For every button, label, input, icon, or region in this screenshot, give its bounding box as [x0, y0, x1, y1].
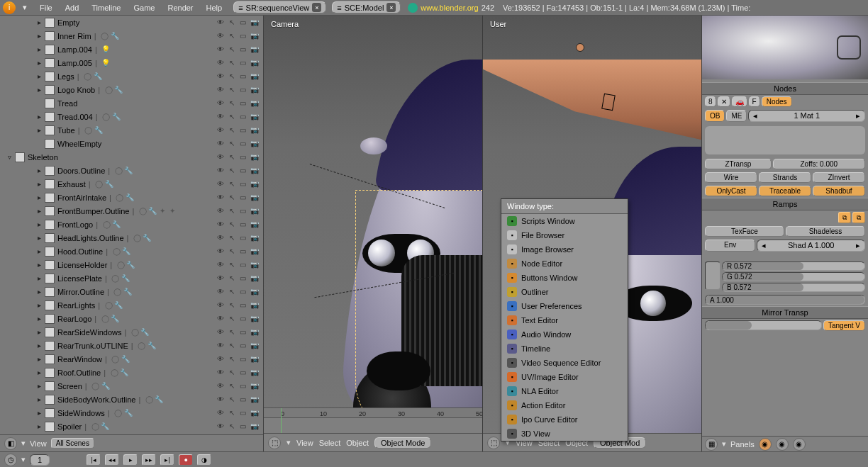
- disclosure-icon[interactable]: ▸: [35, 113, 43, 120]
- chevron-down-icon[interactable]: ▾: [21, 455, 26, 464]
- render-toggle-icon[interactable]: 📷: [250, 58, 259, 67]
- eye-toggle-icon[interactable]: 👁: [216, 260, 225, 269]
- outliner-view-menu[interactable]: View: [30, 439, 47, 448]
- view-menu[interactable]: View: [296, 439, 313, 447]
- menu-item[interactable]: ▪Audio Window: [501, 327, 628, 342]
- outliner-row[interactable]: ▸Tread.004|◯🔧👁↖▭📷: [0, 110, 263, 123]
- b-slider[interactable]: B 0.572: [722, 283, 865, 292]
- sel-toggle-icon[interactable]: ▭: [238, 206, 247, 215]
- traceable-btn[interactable]: Traceable: [759, 186, 811, 196]
- panel-nodes-hdr[interactable]: Nodes: [702, 82, 868, 95]
- menu-item[interactable]: ▪NLA Editor: [501, 384, 628, 398]
- panel-ramps-hdr[interactable]: Ramps: [702, 198, 868, 210]
- cursor-toggle-icon[interactable]: ↖: [227, 125, 236, 135]
- nodes-toggle[interactable]: Nodes: [762, 96, 792, 107]
- sel-toggle-icon[interactable]: ▭: [238, 58, 247, 67]
- cursor-toggle-icon[interactable]: ↖: [227, 220, 236, 229]
- menu-item[interactable]: ▪Text Editor: [501, 313, 628, 327]
- cursor-toggle-icon[interactable]: ↖: [227, 247, 236, 256]
- editor-type-icon[interactable]: ▦: [705, 438, 718, 451]
- camera-icon[interactable]: [574, 42, 596, 63]
- render-toggle-icon[interactable]: 📷: [250, 179, 259, 189]
- sel-toggle-icon[interactable]: ▭: [238, 381, 247, 390]
- sel-toggle-icon[interactable]: ▭: [238, 408, 247, 417]
- outliner-row[interactable]: ▸Hood.Outline|◯🔧👁↖▭📷: [0, 244, 263, 258]
- select-menu[interactable]: Select: [319, 439, 341, 447]
- outliner-row[interactable]: ▸FrontBumper.Outline|◯🔧✦✦👁↖▭📷: [0, 204, 263, 218]
- jump-start-icon[interactable]: |◂: [87, 454, 101, 466]
- car-icon[interactable]: 🚗: [732, 96, 747, 107]
- disclosure-icon[interactable]: ▸: [35, 59, 43, 67]
- delete-icon[interactable]: ✕: [718, 96, 730, 107]
- render-toggle-icon[interactable]: 📷: [250, 314, 259, 323]
- render-toggle-icon[interactable]: 📷: [250, 354, 259, 364]
- timeline[interactable]: 0204060103050: [264, 407, 482, 433]
- render-toggle-icon[interactable]: 📷: [250, 368, 259, 377]
- cursor-toggle-icon[interactable]: ↖: [227, 18, 236, 27]
- render-toggle-icon[interactable]: 📷: [250, 72, 259, 81]
- eye-toggle-icon[interactable]: 👁: [216, 31, 225, 40]
- outliner-row[interactable]: ▿Skeleton👁↖▭📷: [0, 150, 263, 164]
- disclosure-icon[interactable]: ▸: [35, 45, 43, 53]
- onlycast-btn[interactable]: OnlyCast: [705, 186, 757, 196]
- menu-item[interactable]: ▪Action Editor: [501, 398, 628, 412]
- eye-toggle-icon[interactable]: 👁: [216, 247, 225, 256]
- window-type-menu[interactable]: Window type: ▪Scripts Window▪File Browse…: [501, 198, 628, 441]
- copy-icon[interactable]: ⧉: [838, 212, 851, 223]
- render-toggle-icon[interactable]: 📷: [250, 112, 259, 121]
- cursor-toggle-icon[interactable]: ↖: [227, 193, 236, 202]
- sel-toggle-icon[interactable]: ▭: [238, 112, 247, 121]
- eye-toggle-icon[interactable]: 👁: [216, 341, 225, 350]
- outliner-row[interactable]: ▸RearLights|◯🔧👁↖▭📷: [0, 298, 263, 312]
- menu-item[interactable]: ▪3D View: [501, 427, 628, 441]
- eye-toggle-icon[interactable]: 👁: [216, 354, 225, 364]
- record-icon[interactable]: ●: [179, 454, 193, 466]
- blender-icon[interactable]: i: [3, 1, 16, 14]
- cursor-toggle-icon[interactable]: ↖: [227, 395, 236, 404]
- render-toggle-icon[interactable]: 📷: [250, 233, 259, 242]
- outliner-row[interactable]: ▸Roof.Outline|◯🔧👁↖▭📷: [0, 366, 263, 379]
- disclosure-icon[interactable]: ▸: [35, 126, 43, 134]
- render-toggle-icon[interactable]: 📷: [250, 18, 259, 27]
- menu-item[interactable]: ▪Outliner: [501, 285, 628, 299]
- play-icon[interactable]: ▸: [123, 454, 138, 466]
- menu-item[interactable]: ▪Ipo Curve Editor: [501, 412, 628, 427]
- viewport-camera[interactable]: Camera (1) FrontBumper 0204060103050: [264, 16, 483, 451]
- r-slider[interactable]: R 0.572: [722, 261, 865, 271]
- render-toggle-icon[interactable]: 📷: [250, 287, 259, 296]
- eye-toggle-icon[interactable]: 👁: [216, 381, 225, 390]
- disclosure-icon[interactable]: ▸: [35, 18, 43, 26]
- disclosure-icon[interactable]: ▸: [35, 355, 43, 363]
- render-toggle-icon[interactable]: 📷: [250, 274, 259, 283]
- menu-item[interactable]: ▪Image Browser: [501, 242, 628, 257]
- chevron-down-icon[interactable]: ▾: [286, 438, 291, 447]
- disclosure-icon[interactable]: ▸: [35, 422, 43, 430]
- chevron-down-icon[interactable]: ▾: [21, 439, 26, 448]
- outliner-row[interactable]: ▸Screen|◯🔧👁↖▭📷: [0, 379, 263, 393]
- render-toggle-icon[interactable]: 📷: [250, 422, 259, 431]
- preview-shape-icon[interactable]: [837, 35, 861, 60]
- eye-toggle-icon[interactable]: 👁: [216, 274, 225, 283]
- outliner-row[interactable]: ▸Logo Knob|◯🔧👁↖▭📷: [0, 83, 263, 96]
- outliner-row[interactable]: ▸FrontAirIntake|◯🔧👁↖▭📷: [0, 191, 263, 204]
- eye-toggle-icon[interactable]: 👁: [216, 193, 225, 202]
- cursor-toggle-icon[interactable]: ↖: [227, 45, 236, 54]
- sel-toggle-icon[interactable]: ▭: [238, 287, 247, 296]
- sel-toggle-icon[interactable]: ▭: [238, 18, 247, 27]
- outliner-row[interactable]: ▸Legs|◯🔧👁↖▭📷: [0, 69, 263, 83]
- panels-menu[interactable]: Panels: [730, 440, 755, 449]
- cursor-toggle-icon[interactable]: ↖: [227, 85, 236, 94]
- cursor-toggle-icon[interactable]: ↖: [227, 179, 236, 189]
- render-toggle-icon[interactable]: 📷: [250, 408, 259, 417]
- blender-link[interactable]: www.blender.org 242: [408, 3, 494, 13]
- render-toggle-icon[interactable]: 📷: [250, 139, 259, 148]
- menu-item[interactable]: ▪Video Sequence Editor: [501, 356, 628, 370]
- eye-toggle-icon[interactable]: 👁: [216, 58, 225, 67]
- eye-toggle-icon[interactable]: 👁: [216, 85, 225, 94]
- sel-toggle-icon[interactable]: ▭: [238, 72, 247, 81]
- outliner-row[interactable]: ▸Empty👁↖▭📷: [0, 16, 263, 29]
- cursor-toggle-icon[interactable]: ↖: [227, 381, 236, 390]
- disclosure-icon[interactable]: ▸: [35, 180, 43, 188]
- eye-toggle-icon[interactable]: 👁: [216, 166, 225, 175]
- cursor-toggle-icon[interactable]: ↖: [227, 72, 236, 81]
